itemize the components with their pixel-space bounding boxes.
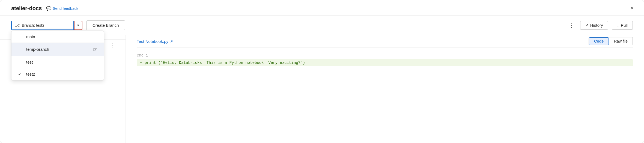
- right-panel: Test Notebook.py ↗ Code Raw file Cmd 1 +…: [126, 35, 644, 143]
- code-area: Cmd 1 + print ("Hello, Databricks! This …: [137, 50, 633, 69]
- more-options-button[interactable]: ⋮: [567, 21, 576, 30]
- notebook-name: Test Notebook.py: [137, 39, 168, 44]
- branch-input-text: Branch: test2: [22, 23, 70, 28]
- raw-file-button[interactable]: Raw file: [609, 37, 633, 45]
- code-cmd-label: Cmd 1: [137, 53, 633, 58]
- external-link-icon: ↗: [170, 39, 173, 43]
- code-header: Test Notebook.py ↗ Code Raw file: [137, 35, 633, 48]
- history-icon: ↗: [585, 23, 588, 27]
- branch-option-test2[interactable]: ✓ test2: [11, 68, 104, 80]
- pull-button[interactable]: ↓ Pull: [612, 21, 633, 30]
- modal-title: atelier-docs: [11, 5, 42, 11]
- notebook-link[interactable]: Test Notebook.py ↗: [137, 39, 173, 44]
- feedback-icon: 💬: [46, 6, 51, 11]
- history-label: History: [590, 23, 603, 28]
- check-icon-test2: ✓: [18, 72, 23, 77]
- pull-label: Pull: [621, 23, 628, 28]
- code-line: + print ("Hello, Databricks! This is a P…: [137, 59, 633, 66]
- branch-selector-wrapper: ⎇ Branch: test2 ▾ main temp-branch ☞: [11, 21, 82, 30]
- chevron-down-icon: ▾: [77, 23, 79, 27]
- branch-option-test2-label: test2: [26, 72, 97, 76]
- feedback-label: Send feedback: [53, 6, 78, 11]
- cursor-icon: ☞: [93, 46, 97, 52]
- branch-dropdown-button[interactable]: ▾: [74, 21, 82, 30]
- create-branch-button[interactable]: Create Branch: [86, 20, 125, 30]
- branch-option-main-label: main: [26, 34, 97, 39]
- modal-container: atelier-docs 💬 Send feedback × ⎇ Branch:…: [0, 0, 644, 143]
- close-button[interactable]: ×: [630, 5, 634, 11]
- branch-input-area[interactable]: ⎇ Branch: test2: [11, 21, 74, 30]
- pull-icon: ↓: [617, 23, 619, 27]
- code-view-button[interactable]: Code: [589, 37, 609, 45]
- branch-dropdown: main temp-branch ☞ test ✓ test2: [11, 31, 104, 81]
- branch-icon: ⎇: [15, 23, 20, 28]
- branch-option-test-label: test: [26, 60, 97, 64]
- feedback-link[interactable]: 💬 Send feedback: [46, 6, 78, 11]
- branch-option-temp-branch-label: temp-branch: [26, 47, 88, 52]
- code-line-text: + print ("Hello, Databricks! This is a P…: [140, 61, 305, 65]
- modal-header: atelier-docs 💬 Send feedback ×: [0, 0, 644, 16]
- code-view-buttons: Code Raw file: [589, 37, 633, 45]
- history-button[interactable]: ↗ History: [580, 21, 608, 30]
- branch-option-main[interactable]: main: [11, 31, 104, 43]
- branch-option-test[interactable]: test: [11, 56, 104, 68]
- branch-option-temp-branch[interactable]: temp-branch ☞: [11, 43, 104, 56]
- toolbar: ⎇ Branch: test2 ▾ main temp-branch ☞: [0, 16, 644, 30]
- three-dot-menu[interactable]: ⋮: [110, 42, 115, 48]
